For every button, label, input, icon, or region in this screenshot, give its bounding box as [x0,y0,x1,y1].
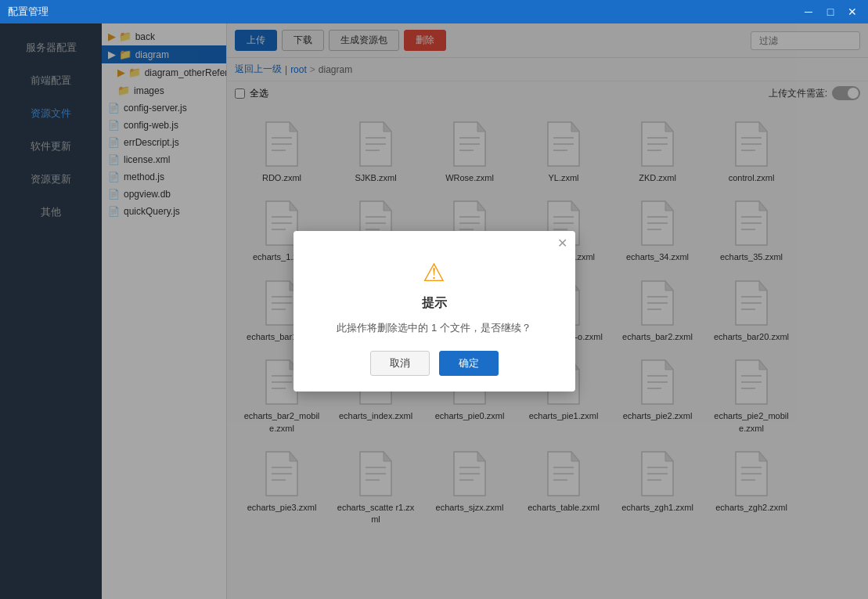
modal-message: 此操作将删除选中的 1 个文件，是否继续？ [337,321,531,335]
modal-overlay: ✕ ⚠ 提示 此操作将删除选中的 1 个文件，是否继续？ 取消 确定 [0,23,868,599]
maximize-button[interactable]: □ [823,4,838,20]
modal-cancel-button[interactable]: 取消 [370,351,430,376]
window-controls: ─ □ ✕ [801,4,860,20]
app-title: 配置管理 [8,5,801,19]
modal-close-button[interactable]: ✕ [557,237,567,250]
close-button[interactable]: ✕ [845,4,860,20]
modal-dialog: ✕ ⚠ 提示 此操作将删除选中的 1 个文件，是否继续？ 取消 确定 [294,231,575,392]
modal-warning-icon: ⚠ [423,258,445,287]
titlebar: 配置管理 ─ □ ✕ [0,0,868,23]
modal-footer: 取消 确定 [370,351,499,376]
modal-header: ✕ [294,231,575,250]
modal-confirm-button[interactable]: 确定 [439,351,499,376]
modal-title: 提示 [422,295,447,312]
modal-body: ⚠ 提示 此操作将删除选中的 1 个文件，是否继续？ 取消 确定 [294,250,575,392]
minimize-button[interactable]: ─ [801,4,816,20]
